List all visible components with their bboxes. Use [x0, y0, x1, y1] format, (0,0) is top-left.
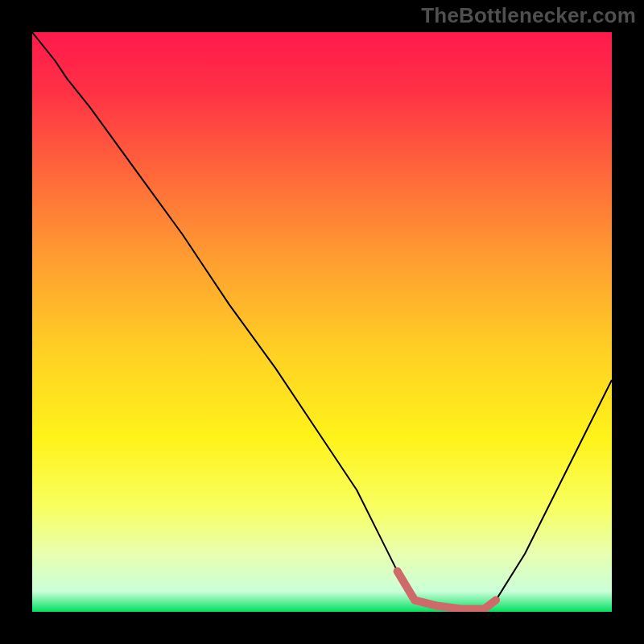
chart-svg	[32, 32, 612, 612]
chart-container: TheBottlenecker.com	[0, 0, 644, 644]
watermark-text: TheBottlenecker.com	[421, 3, 636, 28]
plot-area	[32, 32, 612, 612]
gradient-background	[32, 32, 612, 612]
